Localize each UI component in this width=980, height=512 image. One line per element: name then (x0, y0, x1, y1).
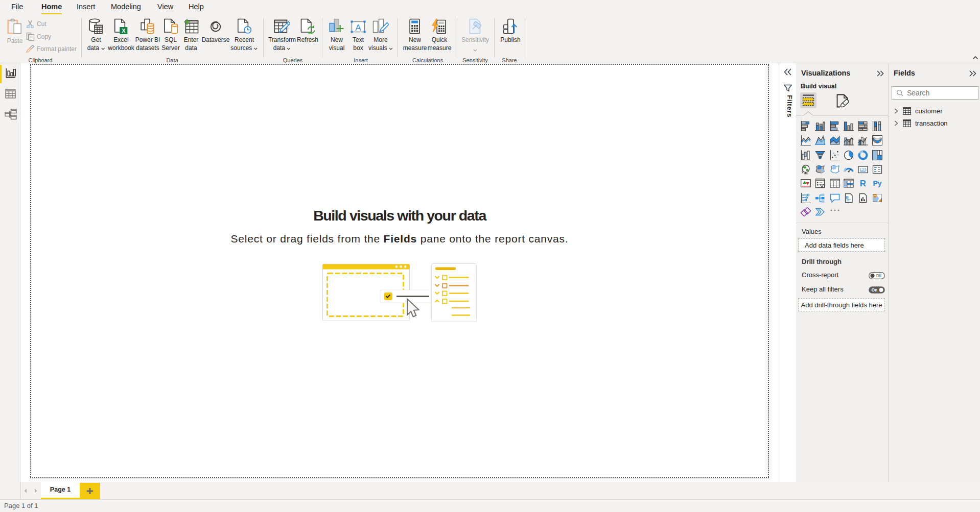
svg-text:A: A (355, 23, 361, 33)
svg-text:On: On (872, 287, 878, 292)
svg-text:X: X (122, 28, 126, 34)
svg-text:Off: Off (876, 273, 882, 278)
svg-text:Py: Py (873, 179, 881, 187)
svg-text:123: 123 (859, 167, 867, 172)
svg-text:R: R (860, 179, 866, 188)
